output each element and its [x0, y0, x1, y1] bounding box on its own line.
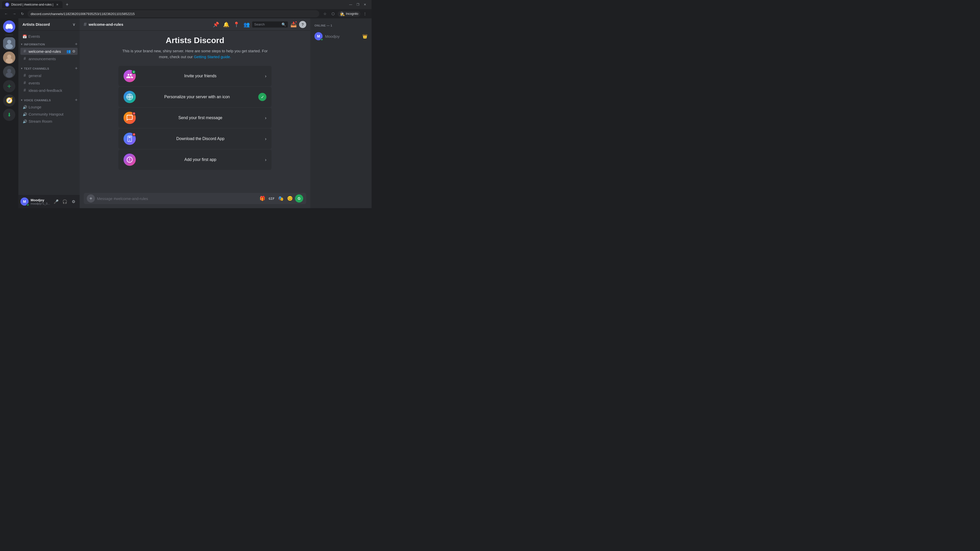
- text-section-arrow: ▼: [21, 67, 23, 70]
- minimize-button[interactable]: —: [348, 2, 353, 7]
- calendar-icon: 📅: [22, 35, 27, 38]
- channel-announcements[interactable]: # announcements: [21, 55, 78, 62]
- star-button[interactable]: ☆: [321, 10, 328, 17]
- svg-point-4: [7, 55, 11, 59]
- checklist-item-download[interactable]: ! Download the Discord App ›: [118, 129, 272, 149]
- personalize-icon: [124, 91, 136, 103]
- grammarly-button[interactable]: G: [295, 194, 303, 203]
- invite-icon: +: [124, 70, 136, 82]
- member-item-moodjoy[interactable]: M Moodjoy 👑: [312, 30, 369, 42]
- events-item[interactable]: 📅 Events: [21, 33, 78, 40]
- notification-button[interactable]: 🔔: [221, 20, 231, 29]
- svg-point-1: [7, 40, 11, 44]
- maximize-button[interactable]: ❐: [355, 2, 360, 7]
- voice-channel-lounge[interactable]: 🔊 Lounge: [21, 103, 78, 110]
- server-icon-3[interactable]: [3, 66, 15, 78]
- browser-actions: ☆ ⬡ 🕵 Incognito ⋮: [321, 10, 369, 17]
- channel-welcome-and-rules[interactable]: # welcome-and-rules 👥 ⚙: [21, 48, 78, 55]
- speaker-icon-2: 🔊: [22, 112, 27, 116]
- online-header: ONLINE — 1: [312, 22, 369, 29]
- deafen-button[interactable]: 🎧: [61, 197, 69, 206]
- server-icon-2[interactable]: [3, 52, 15, 64]
- new-tab-button[interactable]: +: [64, 1, 71, 8]
- members-button[interactable]: 👥: [242, 20, 251, 29]
- download-label: Download the Discord App: [140, 137, 261, 141]
- welcome-description: This is your brand new, shiny server. He…: [118, 48, 272, 60]
- artists-server-icon[interactable]: [3, 37, 15, 49]
- voice-channel-community-hangout[interactable]: 🔊 Community Hangout: [21, 111, 78, 118]
- channel-events[interactable]: # events: [21, 79, 78, 86]
- user-settings-button[interactable]: ⚙: [69, 197, 78, 206]
- pin-button[interactable]: 📌: [211, 20, 221, 29]
- discord-app: + 🧭 ⬇ Artists Discord ∨ 📅 Events ▼ INFOR…: [0, 18, 372, 208]
- voice-channel-name-stream: Stream Room: [29, 119, 76, 124]
- edit-icon[interactable]: ⚙: [72, 49, 76, 53]
- information-section-header[interactable]: ▼ INFORMATION +: [18, 40, 80, 48]
- app-arrow-icon: ›: [265, 157, 266, 162]
- settings-icon[interactable]: 👥: [66, 49, 71, 53]
- invite-arrow-icon: ›: [265, 73, 266, 79]
- search-bar[interactable]: Search 🔍: [252, 21, 288, 27]
- channel-name-ideas: ideas-and-feedback: [29, 88, 76, 93]
- user-status-dot: [27, 203, 29, 206]
- url-bar[interactable]: discord.com/channels/1182362010067935253…: [27, 10, 319, 17]
- server-divider: [5, 35, 13, 35]
- hash-icon-3: #: [22, 73, 27, 78]
- address-bar: ← → ↻ discord.com/channels/1182362010067…: [0, 9, 372, 18]
- discord-home-icon[interactable]: [3, 21, 15, 33]
- sticker-button[interactable]: 🎭: [277, 194, 285, 203]
- server-header[interactable]: Artists Discord ∨: [18, 18, 80, 30]
- extension-button[interactable]: ⬡: [329, 10, 337, 17]
- voice-channel-stream-room[interactable]: 🔊 Stream Room: [21, 118, 78, 125]
- back-button[interactable]: ←: [3, 11, 9, 17]
- hash-icon-5: #: [22, 88, 27, 93]
- channel-sidebar: Artists Discord ∨ 📅 Events ▼ INFORMATION…: [18, 18, 80, 208]
- explore-servers-button[interactable]: 🧭: [3, 94, 15, 106]
- mute-button[interactable]: 🎤: [52, 197, 60, 206]
- message-input[interactable]: Message #welcome-and-rules: [97, 197, 256, 201]
- text-section-add-button[interactable]: +: [75, 66, 78, 71]
- text-channels-section: ▼ TEXT CHANNELS + # general # events # i…: [18, 64, 80, 94]
- search-placeholder: Search: [254, 22, 280, 26]
- browser-menu-button[interactable]: ⋮: [361, 10, 369, 17]
- gif-button[interactable]: GIF: [267, 194, 275, 203]
- events-label: Events: [28, 34, 40, 38]
- checklist-item-app[interactable]: Add your first app ›: [118, 149, 272, 170]
- channel-ideas-and-feedback[interactable]: # ideas-and-feedback: [21, 87, 78, 94]
- message-add-button[interactable]: +: [87, 194, 95, 203]
- pin-channel-button[interactable]: 📍: [232, 20, 241, 29]
- gift-button[interactable]: 🎁: [258, 194, 266, 203]
- checklist-item-message[interactable]: ! Send your first message ›: [118, 108, 272, 128]
- add-server-button[interactable]: +: [3, 80, 15, 92]
- message-input-area: + Message #welcome-and-rules 🎁 GIF 🎭 😊 G: [80, 193, 310, 208]
- svg-rect-12: [129, 137, 131, 138]
- checklist-item-invite[interactable]: + Invite your friends ›: [118, 66, 272, 86]
- getting-started-link[interactable]: Getting Started guide.: [194, 55, 231, 59]
- info-section-add-button[interactable]: +: [75, 41, 78, 47]
- channel-general[interactable]: # general: [21, 72, 78, 79]
- download-button[interactable]: ⬇: [3, 109, 15, 121]
- close-button[interactable]: ✕: [363, 2, 368, 7]
- welcome-title: Artists Discord: [118, 36, 272, 45]
- channel-name-events: events: [29, 81, 76, 85]
- checklist-item-personalize[interactable]: Personalize your server with an icon ✓: [118, 87, 272, 107]
- voice-section-add-button[interactable]: +: [75, 97, 78, 103]
- help-button[interactable]: ?: [299, 21, 306, 28]
- text-section-header[interactable]: ▼ TEXT CHANNELS +: [18, 64, 80, 72]
- tab-bar: D Discord | #welcome-and-rules | ✕ + — ❐…: [0, 0, 372, 9]
- hash-icon: #: [22, 49, 27, 54]
- refresh-button[interactable]: ↻: [19, 11, 25, 17]
- emoji-button[interactable]: 😊: [286, 194, 294, 203]
- inbox-button[interactable]: 📥: [289, 20, 298, 29]
- tab-close-button[interactable]: ✕: [56, 3, 59, 6]
- member-name: Moodjoy: [325, 34, 360, 38]
- voice-channel-name-hangout: Community Hangout: [29, 112, 76, 116]
- server-sidebar: + 🧭 ⬇: [0, 18, 18, 208]
- download-arrow-icon: ›: [265, 136, 266, 141]
- download-icon: !: [124, 133, 136, 145]
- forward-button[interactable]: →: [11, 11, 18, 17]
- member-avatar: M: [314, 32, 323, 40]
- active-tab[interactable]: D Discord | #welcome-and-rules | ✕: [2, 1, 62, 8]
- voice-section-header[interactable]: ▼ VOICE CHANNELS +: [18, 96, 80, 103]
- speaker-icon-1: 🔊: [22, 105, 27, 109]
